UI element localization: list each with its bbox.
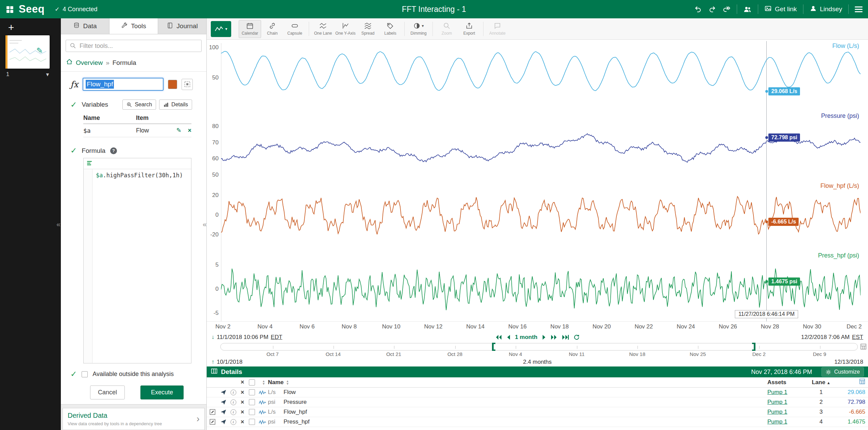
view-mode-dropdown[interactable]: ▾ [211,21,231,37]
toolbar-chain-button[interactable]: Chain [261,22,284,36]
row-checkbox[interactable] [249,389,255,395]
formula-doc-icon[interactable] [86,160,92,167]
toolbar-calendar-button[interactable]: Calendar [239,20,261,38]
remove-icon[interactable]: × [238,418,247,426]
toolbar-spread-button[interactable]: Spread [357,22,379,36]
connection-status[interactable]: ✓ 4 Connected [55,6,97,13]
scrubber-end-handle[interactable] [754,343,755,351]
add-worksheet-button[interactable]: + [8,22,61,33]
row-checkbox[interactable] [249,399,255,405]
breadcrumb-overview[interactable]: Overview [76,59,103,67]
detail-row-flow[interactable]: i × L/s Flow Pump 1 1 29.068 [207,388,868,397]
worksheet-caret-icon[interactable]: ▾ [46,71,49,78]
chart-lane-flow-hpf[interactable]: 200-20 Flow_hpf (L/s) -6.665 L/s [207,182,868,252]
chart-lane-pressure[interactable]: 80706050 Pressure (psi) 72.798 psi [207,112,868,182]
send-icon[interactable] [218,419,228,425]
investigate-range-start[interactable]: 10/1/2018 [217,359,243,365]
asset-link[interactable]: Pump 1 [767,418,787,425]
help-icon[interactable]: ? [110,147,117,154]
range-start-arrow-icon[interactable]: ↓ [211,334,215,341]
home-icon[interactable] [66,58,73,67]
refresh-icon[interactable] [574,334,580,340]
send-icon[interactable] [218,409,228,415]
detail-row-press-hpf[interactable]: i × psi Press_hpf Pump 1 4 1.4675 [207,417,868,427]
worksheet-thumbnail[interactable]: ✎ [5,35,50,69]
start-timezone-link[interactable]: EDT [271,334,282,341]
row-checkbox[interactable] [249,419,255,425]
info-icon[interactable]: i [228,419,238,425]
tab-journal[interactable]: Journal [158,18,206,34]
asset-link[interactable]: Pump 1 [767,399,787,405]
toolbar-one-y-axis-button[interactable]: One Y-Axis [334,22,357,36]
detail-row-pressure[interactable]: i × psi Pressure Pump 1 2 72.798 [207,397,868,407]
get-link-button[interactable]: Get link [764,5,797,14]
remove-icon[interactable]: × [238,399,247,406]
toolbar-capsule-button[interactable]: Capsule [284,22,306,36]
investigate-range-end[interactable]: 12/13/2018 [834,359,863,365]
info-icon[interactable]: i [228,399,238,405]
step-forward-much-icon[interactable] [550,335,557,340]
tab-data[interactable]: Data [61,18,109,34]
formula-code[interactable]: $a.highPassFilter(30h,1h) [92,169,186,363]
hamburger-menu-icon[interactable] [855,5,863,14]
color-swatch-button[interactable] [168,80,177,89]
cancel-button[interactable]: Cancel [90,386,125,399]
asset-link[interactable]: Pump 1 [767,409,787,415]
collaborators-icon[interactable] [743,5,752,14]
toolbar-export-button[interactable]: Export [458,22,480,36]
detail-row-flow-hpf[interactable]: i × L/s Flow_hpf Pump 1 3 -6.665 [207,407,868,417]
asset-link[interactable]: Pump 1 [767,389,787,395]
send-icon[interactable] [218,389,228,395]
end-timezone-link[interactable]: EST [852,334,863,341]
step-to-end-icon[interactable] [562,335,569,340]
collapse-panel-icon[interactable]: « [203,220,207,228]
remove-all-icon[interactable]: × [238,379,247,386]
chart-lane-flow[interactable]: 10050 Flow (L/s) 29.068 L/s [207,42,868,112]
trend-chart[interactable]: 10050 Flow (L/s) 29.068 L/s 80706050 Pre… [207,40,868,322]
available-checkbox[interactable] [82,371,88,377]
row-checkbox[interactable] [249,409,255,415]
timeline-scrubber[interactable] [220,343,858,351]
tab-tools[interactable]: Tools [109,18,158,34]
toolbar-dimming-button[interactable]: ▾ Dimming [407,22,430,36]
table-options-icon[interactable] [859,378,865,386]
user-menu[interactable]: Lindsey [810,5,843,14]
customize-button[interactable]: Customize [821,367,864,377]
send-icon[interactable] [218,399,228,405]
assets-column-label[interactable]: Assets [767,379,786,386]
step-back-much-icon[interactable] [495,335,502,340]
undo-icon[interactable] [694,5,702,13]
scrubber-track[interactable] [220,343,858,351]
toolbar-one-lane-button[interactable]: One Lane [312,22,334,36]
item-select-icon[interactable] [182,79,193,90]
collapse-rail-icon[interactable]: « [56,220,61,228]
filter-tools-input[interactable] [66,40,202,52]
info-icon[interactable]: i [228,390,238,395]
signal-name[interactable]: Flow [284,389,767,396]
app-grid-icon[interactable] [5,5,14,14]
signal-name[interactable]: Press_hpf [284,418,767,425]
display-range-start[interactable]: 11/1/2018 10:06 PM [217,334,269,341]
edit-item-icon[interactable] [207,409,218,415]
remove-variable-icon[interactable]: × [188,127,191,134]
step-forward-icon[interactable] [542,335,546,340]
signal-name[interactable]: Pressure [284,399,767,406]
signal-name[interactable]: Flow_hpf [284,409,767,415]
variable-search-button[interactable]: Search [122,100,156,110]
remove-icon[interactable]: × [238,389,247,396]
sort-icon[interactable]: ▲▼ [286,380,289,385]
edit-item-icon[interactable] [207,419,218,425]
scrubber-options-icon[interactable] [860,343,867,351]
execute-button[interactable]: Execute [140,386,184,399]
select-all-checkbox[interactable] [249,379,255,386]
edit-variable-icon[interactable]: ✎ [176,127,181,134]
formula-editor[interactable]: $a.highPassFilter(30h,1h) [83,158,191,363]
toolbar-labels-button[interactable]: Labels [379,22,402,36]
redo-icon[interactable] [708,5,716,13]
toolbar-annotate-button[interactable]: Annotate [486,22,509,36]
lane-column-label[interactable]: Lane [812,379,826,386]
forward-all-icon[interactable] [722,5,731,13]
info-icon[interactable]: i [228,409,238,415]
duration-label[interactable]: 1 month [515,334,537,341]
display-range-end[interactable]: 12/2/2018 7:06 AM [801,334,850,341]
